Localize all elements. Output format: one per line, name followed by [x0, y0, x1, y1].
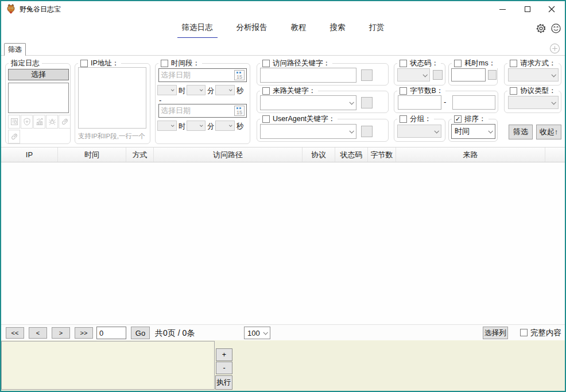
useragent-keyword-combo[interactable] [260, 124, 356, 139]
column-header-time[interactable]: 时间 [58, 148, 126, 162]
column-header-status[interactable]: 状态码 [335, 148, 368, 162]
end-minute-select[interactable] [187, 121, 206, 131]
grouping-combo[interactable] [397, 125, 441, 138]
date-start-input[interactable]: 选择日期 15 [158, 68, 247, 82]
referer-checkbox[interactable] [262, 87, 270, 95]
method-checkbox[interactable] [510, 60, 517, 67]
useragent-label: UserAgent关键字： [273, 114, 335, 124]
start-second-select[interactable] [215, 85, 235, 95]
path-keyword-input[interactable] [260, 68, 356, 83]
next-page-button[interactable]: > [52, 327, 70, 339]
elapsed-label: 耗时ms： [464, 59, 495, 68]
request-method-combo[interactable] [508, 68, 559, 81]
grouping-checkbox[interactable] [400, 115, 407, 123]
column-header-method[interactable]: 方式 [126, 148, 154, 162]
chevron-down-icon [229, 88, 232, 91]
status-code-combo[interactable] [397, 68, 430, 81]
status-option-box[interactable] [433, 70, 443, 80]
app-window: 野兔谷日志宝 筛选日志 分析报告 教程 搜索 打赏 [0, 0, 566, 392]
date-end-input[interactable]: 选择日期 15 [158, 104, 247, 118]
spider-icon[interactable] [46, 115, 58, 129]
filter-tab[interactable]: 筛选 [4, 43, 26, 56]
smiley-face-icon[interactable] [551, 23, 561, 34]
first-page-button[interactable]: << [6, 327, 24, 339]
table-body[interactable] [1, 163, 565, 324]
settings-gear-icon[interactable] [536, 23, 546, 34]
apply-filter-button[interactable]: 筛选 [509, 125, 533, 139]
nav-tab-tutorial[interactable]: 教程 [286, 19, 311, 36]
nav-tab-donate[interactable]: 打赏 [365, 19, 389, 36]
add-row-button[interactable]: + [216, 348, 232, 361]
bytes-min-input[interactable] [398, 95, 441, 110]
log-list-box[interactable] [8, 83, 69, 113]
referer-keyword-combo[interactable] [260, 95, 356, 110]
sort-checkbox[interactable] [454, 115, 462, 123]
execute-button[interactable]: 执行 [215, 375, 232, 390]
useragent-checkbox[interactable] [262, 115, 270, 123]
path-checkbox[interactable] [262, 60, 270, 67]
collapse-button[interactable]: 收起↑ [536, 125, 561, 139]
referer-label: 来路关键字： [273, 86, 316, 96]
minimize-button[interactable] [493, 2, 512, 16]
link2-icon[interactable] [8, 130, 20, 143]
prev-page-button[interactable]: < [29, 327, 47, 339]
log-file-icon[interactable] [8, 115, 20, 129]
column-header-ip[interactable]: IP [1, 148, 58, 162]
calendar-icon[interactable]: 15 [234, 106, 245, 116]
column-header-protocol[interactable]: 协议 [303, 148, 335, 162]
ip-textarea[interactable] [78, 67, 146, 129]
ip-filter-group: IP地址： 支持IP和IP段,一行一个 [75, 63, 150, 144]
nav-tab-filter-logs[interactable]: 筛选日志 [177, 19, 218, 36]
maximize-button[interactable] [518, 2, 537, 16]
sort-label: 排序： [464, 114, 486, 124]
elapsed-option-box[interactable] [488, 70, 497, 80]
time-checkbox[interactable] [161, 60, 168, 67]
column-header-path[interactable]: 访问路径 [154, 148, 303, 162]
protocol-type-combo[interactable] [508, 96, 559, 109]
last-page-button[interactable]: >> [75, 327, 93, 339]
close-button[interactable] [542, 2, 561, 16]
select-log-button[interactable]: 选择 [8, 69, 69, 80]
referer-keyword-group: 来路关键字： [257, 91, 389, 113]
status-checkbox[interactable] [400, 60, 407, 67]
add-tab-icon[interactable] [549, 43, 560, 54]
column-header-referer[interactable]: 来路 [396, 148, 545, 162]
calendar-icon[interactable]: 15 [234, 70, 245, 80]
page-number-input[interactable] [96, 327, 126, 339]
time-label: 时间段： [171, 59, 200, 68]
path-option-box[interactable] [361, 69, 373, 81]
shield-plus-icon[interactable] [21, 115, 33, 129]
page-size-select[interactable]: 100 [244, 327, 270, 339]
start-hour-select[interactable] [157, 85, 177, 95]
full-content-checkbox[interactable] [520, 329, 528, 336]
filter-panel: 指定日志 选择 [1, 56, 565, 147]
column-header-bytes[interactable]: 字节数 [368, 148, 396, 162]
page-size-value: 100 [247, 329, 260, 337]
elapsed-ms-input[interactable] [451, 68, 486, 81]
chevron-down-icon [200, 123, 203, 127]
chevron-down-icon [551, 100, 556, 104]
bytes-max-input[interactable] [452, 95, 495, 110]
useragent-keyword-group: UserAgent关键字： [257, 119, 389, 142]
second-label: 秒 [237, 122, 244, 131]
end-second-select[interactable] [215, 121, 235, 131]
protocol-checkbox[interactable] [510, 87, 517, 95]
nav-tab-search[interactable]: 搜索 [325, 19, 350, 36]
select-columns-button[interactable]: 选择列 [483, 327, 508, 339]
nav-tab-analysis-report[interactable]: 分析报告 [232, 19, 272, 36]
bytes-checkbox[interactable] [400, 87, 407, 95]
remove-row-button[interactable]: - [216, 362, 232, 374]
elapsed-checkbox[interactable] [454, 60, 462, 67]
chart-icon[interactable] [33, 115, 45, 129]
go-button[interactable]: Go [131, 327, 150, 339]
ip-checkbox[interactable] [80, 60, 88, 67]
chevron-down-icon [349, 100, 354, 104]
window-title: 野兔谷日志宝 [20, 1, 61, 17]
end-hour-select[interactable] [157, 121, 177, 131]
useragent-option-box[interactable] [361, 126, 373, 137]
link-icon[interactable] [59, 115, 71, 129]
referer-option-box[interactable] [361, 97, 373, 108]
sort-combo[interactable]: 时间 [451, 124, 495, 139]
start-minute-select[interactable] [187, 85, 206, 95]
script-panel[interactable] [1, 341, 215, 390]
